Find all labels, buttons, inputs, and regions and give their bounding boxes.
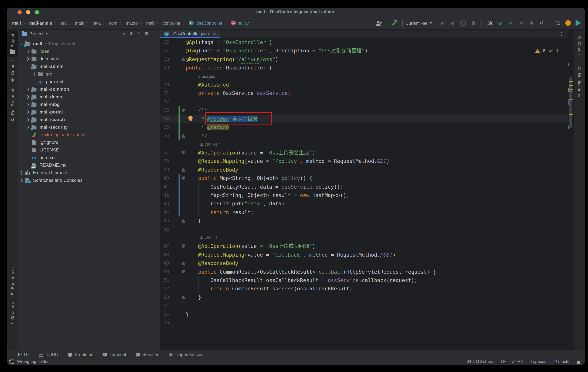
- tree-item--apifox-uploader-config[interactable]: .apifox-uploader.config: [18, 131, 160, 139]
- vcs-change-marker[interactable]: [178, 182, 180, 191]
- git-commit-check-icon[interactable]: ✓: [508, 20, 514, 26]
- breadcrumb-item-osscontroller[interactable]: COssController: [189, 21, 222, 25]
- sidebar-item-commit[interactable]: Commit◈: [7, 58, 18, 85]
- sidebar-item-maven[interactable]: mMaven: [574, 32, 585, 58]
- git-branch-widget[interactable]: master: [553, 359, 571, 364]
- hide-panel-icon[interactable]: —: [152, 31, 157, 36]
- vcs-modified-stripe-mark[interactable]: [568, 99, 569, 105]
- tool-window-button-services[interactable]: ▸Services: [135, 352, 159, 357]
- stop-icon[interactable]: [470, 20, 476, 26]
- search-everywhere-icon[interactable]: [555, 20, 561, 26]
- fold-marker-icon[interactable]: [181, 219, 185, 223]
- breadcrumb-item-java[interactable]: java: [93, 21, 101, 25]
- prev-problem-icon[interactable]: ⌃: [561, 49, 564, 53]
- scrollbar-thumb[interactable]: [569, 77, 572, 128]
- chevron-right-icon[interactable]: ❯: [26, 125, 30, 129]
- code-editor[interactable]: 26@Api(tags = "OssController")27@Tag(nam…: [160, 38, 568, 350]
- usages-inlay-hint[interactable]: 2 usages: [198, 73, 215, 80]
- tree-item-mall-demo[interactable]: ❯mall-demo: [18, 93, 160, 101]
- fold-marker-icon[interactable]: [181, 295, 185, 299]
- warning-stripe-mark[interactable]: [569, 85, 573, 86]
- caret-position[interactable]: 34:8 (13 chars): [467, 359, 495, 364]
- fold-marker-icon[interactable]: [181, 176, 185, 180]
- vcs-change-marker[interactable]: [178, 123, 180, 132]
- warning-stripe-mark[interactable]: [569, 81, 573, 82]
- debug-icon[interactable]: [450, 20, 456, 26]
- tree-item-mall-common[interactable]: ❯mall-common: [18, 85, 160, 93]
- tool-window-button-git[interactable]: Git: [17, 352, 30, 357]
- tree-item-mall-mbg[interactable]: ❯mall-mbg: [18, 101, 160, 108]
- vcs-added-stripe-mark[interactable]: [568, 63, 569, 66]
- tree-item-scratches-and-consoles[interactable]: ❯Scratches and Consoles: [18, 176, 160, 184]
- error-stripe-scrollbar[interactable]: [568, 30, 574, 350]
- vcs-author-inlay[interactable]: zhh +1: [200, 234, 218, 241]
- fold-marker-icon[interactable]: [181, 151, 185, 155]
- rollback-icon[interactable]: ↺: [539, 20, 545, 26]
- chevron-right-icon[interactable]: ❯: [26, 118, 30, 122]
- fold-marker-icon[interactable]: [181, 261, 185, 265]
- tree-item-readme-md[interactable]: MDREADME.md: [18, 161, 160, 169]
- code-with-me-icon[interactable]: [576, 20, 581, 26]
- fold-marker-icon[interactable]: [181, 244, 185, 248]
- warning-stripe-mark[interactable]: [569, 91, 573, 91]
- chevron-down-icon[interactable]: ⌄: [26, 64, 30, 68]
- vcs-change-marker[interactable]: [178, 106, 180, 114]
- breadcrumb-item-mall-admin[interactable]: mall-admin: [29, 21, 52, 25]
- vcs-change-marker[interactable]: [178, 114, 180, 123]
- unlock-icon[interactable]: [577, 361, 580, 363]
- vcs-change-marker[interactable]: [178, 174, 180, 183]
- tree-item-document[interactable]: ❯document: [18, 55, 160, 63]
- ide-update-icon[interactable]: ↑: [565, 20, 571, 26]
- chevron-right-icon[interactable]: ❯: [26, 49, 30, 53]
- build-hammer-icon[interactable]: [392, 20, 398, 26]
- sidebar-item-structure[interactable]: Structure≡: [7, 299, 18, 330]
- history-clock-icon[interactable]: ◷: [528, 20, 535, 26]
- tool-window-button-dependencies[interactable]: Dependencies: [168, 352, 203, 357]
- tree-item-pom-xml[interactable]: mpom.xml: [18, 154, 160, 161]
- expand-all-icon[interactable]: ⇕: [129, 31, 133, 36]
- chevron-right-icon[interactable]: ❯: [20, 178, 23, 182]
- locate-file-icon[interactable]: ⌖: [123, 31, 126, 36]
- tree-item-license[interactable]: LICENSE: [18, 146, 160, 154]
- warning-stripe-mark[interactable]: [569, 89, 573, 89]
- sidebar-item-pull-requests[interactable]: Pull Requests⇄: [7, 85, 18, 125]
- layout-icon[interactable]: [10, 359, 14, 364]
- tab-osscontroller[interactable]: C OssController.java ✕: [160, 30, 220, 38]
- breadcrumb-item-controller[interactable]: controller: [163, 21, 181, 25]
- chevron-right-icon[interactable]: ❯: [26, 95, 30, 99]
- git-update-icon[interactable]: ↙: [498, 20, 504, 26]
- chevron-right-icon[interactable]: ❯: [20, 171, 23, 175]
- tree-item-mall[interactable]: ⌄mall~/Projects/mall: [18, 40, 160, 47]
- breadcrumb-item-mall[interactable]: mall: [12, 21, 21, 25]
- chevron-right-icon[interactable]: ❯: [26, 103, 30, 106]
- chevron-right-icon[interactable]: ❯: [26, 57, 30, 61]
- coverage-icon[interactable]: [460, 20, 466, 26]
- breadcrumb-item-mall[interactable]: mall: [146, 21, 154, 25]
- fold-marker-icon[interactable]: [181, 134, 185, 138]
- tree-item-mall-admin[interactable]: ⌄mall-admin: [18, 63, 160, 70]
- vcs-change-marker[interactable]: [178, 208, 180, 217]
- breadcrumb-item-src[interactable]: src: [61, 21, 66, 25]
- tree-item-src[interactable]: ❯src: [18, 70, 160, 78]
- tool-window-button-todo[interactable]: TODO: [39, 352, 58, 357]
- tree-item-external-libraries[interactable]: ❯External Libraries: [18, 169, 160, 176]
- breadcrumb-item-policy[interactable]: mpolicy: [231, 21, 249, 25]
- file-encoding[interactable]: UTF-8: [512, 359, 524, 364]
- fold-marker-icon[interactable]: [181, 108, 185, 112]
- collapse-all-icon[interactable]: ⌃: [137, 31, 141, 36]
- sidebar-item-project[interactable]: Project: [7, 31, 18, 58]
- chevron-right-icon[interactable]: ❯: [26, 110, 30, 114]
- vcs-author-inlay[interactable]: zhh +1 *: [200, 141, 220, 148]
- tree-item--idea[interactable]: ❯.idea: [18, 47, 160, 55]
- vcs-change-marker[interactable]: [178, 132, 180, 140]
- sidebar-item-notifications[interactable]: ◍Notifications: [574, 63, 585, 100]
- chevron-down-icon[interactable]: ⌄: [20, 42, 23, 46]
- tool-window-button-problems[interactable]: !Problems: [67, 352, 93, 357]
- tree-item-mall-portal[interactable]: ❯mall-portal: [18, 108, 160, 116]
- fold-marker-icon[interactable]: [181, 58, 185, 61]
- panel-settings-gear-icon[interactable]: ⚙: [144, 31, 148, 36]
- vcs-change-marker[interactable]: [178, 199, 180, 208]
- tool-window-button-terminal[interactable]: >_Terminal: [102, 352, 126, 357]
- tab-options-kebab-icon[interactable]: ⋮: [559, 30, 568, 38]
- profile-icon[interactable]: [376, 20, 382, 26]
